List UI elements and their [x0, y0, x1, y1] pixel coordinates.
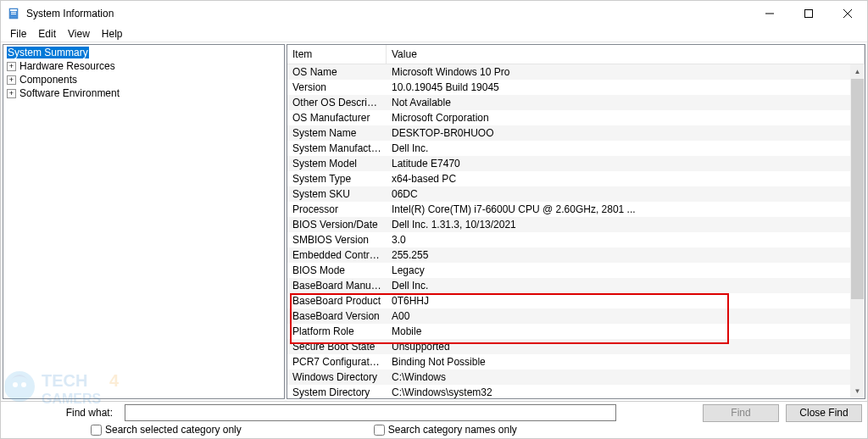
checkbox-label: Search category names only: [388, 424, 517, 436]
cell-value: C:\Windows\system32: [387, 386, 865, 398]
checkbox-icon[interactable]: [91, 425, 102, 436]
menu-view[interactable]: View: [62, 26, 96, 42]
list-row[interactable]: System ModelLatitude E7470: [287, 156, 865, 171]
cell-item: Embedded Controll...: [287, 249, 387, 261]
list-row[interactable]: Platform RoleMobile: [287, 324, 865, 339]
cell-value: Binding Not Possible: [387, 356, 865, 368]
cell-value: C:\Windows: [387, 371, 865, 383]
list-body[interactable]: OS NameMicrosoft Windows 10 ProVersion10…: [287, 64, 865, 398]
details-list: Item Value OS NameMicrosoft Windows 10 P…: [287, 44, 865, 399]
cell-value: Not Available: [387, 97, 865, 108]
cell-item: System Directory: [287, 386, 387, 398]
scroll-up-icon[interactable]: ▲: [850, 64, 865, 79]
cell-item: BaseBoard Version: [287, 310, 387, 322]
cell-value: Unsupported: [387, 341, 865, 353]
cell-value: DESKTOP-BR0HUOO: [387, 127, 865, 139]
svg-rect-2: [11, 12, 16, 13]
category-tree[interactable]: System Summary + Hardware Resources + Co…: [3, 44, 285, 399]
list-row[interactable]: Version10.0.19045 Build 19045: [287, 80, 865, 95]
cell-item: System Type: [287, 173, 387, 185]
cell-value: 10.0.19045 Build 19045: [387, 81, 865, 93]
checkbox-label: Search selected category only: [105, 424, 242, 436]
cell-value: Microsoft Corporation: [387, 112, 865, 124]
list-row[interactable]: System ManufacturerDell Inc.: [287, 141, 865, 156]
column-header-value[interactable]: Value: [387, 45, 865, 64]
cell-item: Platform Role: [287, 325, 387, 337]
vertical-scrollbar[interactable]: ▲ ▼: [850, 64, 865, 398]
list-header: Item Value: [287, 45, 865, 64]
list-row[interactable]: System DirectoryC:\Windows\system32: [287, 385, 865, 398]
window-title: System Information: [26, 8, 114, 19]
list-row[interactable]: Other OS DescriptionNot Available: [287, 95, 865, 110]
content-area: System Summary + Hardware Resources + Co…: [1, 42, 867, 401]
list-row[interactable]: System SKU06DC: [287, 186, 865, 202]
list-row[interactable]: SMBIOS Version3.0: [287, 232, 865, 247]
cell-value: Dell Inc.: [387, 280, 865, 292]
search-selected-category-checkbox[interactable]: Search selected category only: [91, 424, 242, 436]
menu-file[interactable]: File: [4, 26, 32, 42]
cell-item: OS Manufacturer: [287, 112, 387, 124]
tree-item-label: Components: [19, 74, 77, 86]
minimize-button[interactable]: [750, 1, 789, 26]
menu-help[interactable]: Help: [96, 26, 129, 42]
titlebar: System Information: [1, 1, 867, 26]
list-row[interactable]: PCR7 ConfigurationBinding Not Possible: [287, 354, 865, 370]
cell-item: BaseBoard Manufact...: [287, 280, 387, 292]
list-row[interactable]: Secure Boot StateUnsupported: [287, 339, 865, 354]
list-row[interactable]: ProcessorIntel(R) Core(TM) i7-6600U CPU …: [287, 202, 865, 217]
cell-value: 0T6HHJ: [387, 295, 865, 307]
cell-value: Dell Inc. 1.31.3, 10/13/2021: [387, 219, 865, 231]
list-row[interactable]: System Typex64-based PC: [287, 171, 865, 186]
cell-item: PCR7 Configuration: [287, 356, 387, 368]
column-header-item[interactable]: Item: [287, 45, 387, 64]
list-row[interactable]: System NameDESKTOP-BR0HUOO: [287, 125, 865, 141]
cell-value: Legacy: [387, 264, 865, 276]
find-button[interactable]: Find: [703, 404, 779, 422]
cell-value: 06DC: [387, 188, 865, 200]
find-bar: Find what: Find Close Find Search select…: [1, 401, 867, 436]
maximize-button[interactable]: [789, 1, 828, 26]
cell-value: Intel(R) Core(TM) i7-6600U CPU @ 2.60GHz…: [387, 203, 865, 215]
menubar: File Edit View Help: [1, 26, 867, 42]
expand-icon[interactable]: +: [7, 89, 16, 98]
list-row[interactable]: BIOS ModeLegacy: [287, 263, 865, 278]
cell-item: OS Name: [287, 66, 387, 78]
find-input[interactable]: [125, 404, 616, 421]
scrollbar-thumb[interactable]: [851, 79, 864, 299]
close-find-button[interactable]: Close Find: [786, 404, 862, 422]
list-row[interactable]: Windows DirectoryC:\Windows: [287, 370, 865, 385]
find-label: Find what:: [6, 407, 118, 419]
expand-icon[interactable]: +: [7, 75, 16, 85]
tree-item-components[interactable]: + Components: [3, 73, 284, 86]
cell-value: 3.0: [387, 234, 865, 246]
tree-item-hardware-resources[interactable]: + Hardware Resources: [3, 59, 284, 73]
tree-item-software-environment[interactable]: + Software Environment: [3, 86, 284, 100]
close-button[interactable]: [828, 1, 867, 26]
list-row[interactable]: BIOS Version/DateDell Inc. 1.31.3, 10/13…: [287, 217, 865, 232]
cell-item: System Name: [287, 127, 387, 139]
cell-item: System SKU: [287, 188, 387, 200]
cell-item: Other OS Description: [287, 97, 387, 108]
list-row[interactable]: BaseBoard Product0T6HHJ: [287, 293, 865, 308]
svg-rect-3: [11, 14, 16, 14]
cell-item: Version: [287, 81, 387, 93]
cell-value: Mobile: [387, 325, 865, 337]
cell-item: SMBIOS Version: [287, 234, 387, 246]
list-row[interactable]: Embedded Controll...255.255: [287, 247, 865, 263]
search-category-names-checkbox[interactable]: Search category names only: [374, 424, 517, 436]
list-row[interactable]: OS ManufacturerMicrosoft Corporation: [287, 110, 865, 125]
list-row[interactable]: BaseBoard VersionA00: [287, 308, 865, 324]
cell-item: Secure Boot State: [287, 341, 387, 353]
checkbox-icon[interactable]: [374, 425, 385, 436]
app-icon: [8, 7, 21, 20]
list-row[interactable]: OS NameMicrosoft Windows 10 Pro: [287, 64, 865, 80]
cell-item: BIOS Version/Date: [287, 219, 387, 231]
expand-icon[interactable]: +: [7, 62, 16, 71]
menu-edit[interactable]: Edit: [32, 26, 62, 42]
cell-item: System Model: [287, 158, 387, 169]
cell-item: Processor: [287, 203, 387, 215]
scroll-down-icon[interactable]: ▼: [850, 384, 865, 398]
tree-item-label: Software Environment: [19, 87, 120, 99]
list-row[interactable]: BaseBoard Manufact...Dell Inc.: [287, 278, 865, 293]
tree-item-system-summary[interactable]: System Summary: [3, 46, 284, 59]
